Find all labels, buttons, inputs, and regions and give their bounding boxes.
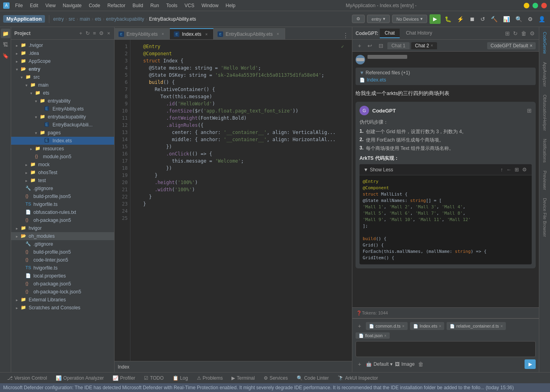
profile-button[interactable]: 📊 bbox=[501, 15, 511, 23]
notifications-icon[interactable]: Notifications bbox=[540, 136, 550, 166]
debug-button[interactable]: 🐛 bbox=[443, 15, 453, 23]
account-button[interactable]: 👤 bbox=[537, 15, 547, 23]
clear-button[interactable]: 🗑 bbox=[417, 360, 424, 368]
menu-item-run[interactable]: Run bbox=[147, 2, 162, 9]
bottom-tab-operation-analyzer[interactable]: 📊Operation Analyzer bbox=[52, 373, 108, 384]
tree-item-appscope[interactable]: ▸📁AppScope bbox=[11, 57, 114, 65]
menu-item-window[interactable]: Window bbox=[198, 2, 222, 9]
file-chip-close[interactable]: × bbox=[439, 324, 441, 328]
appanalyzer-icon[interactable]: AppAnalyzer bbox=[540, 59, 550, 90]
split-button[interactable]: ⊟ bbox=[376, 42, 386, 50]
reload-button[interactable]: ↺ bbox=[479, 15, 487, 23]
code-up-btn[interactable]: ↑ bbox=[500, 166, 504, 173]
tree-item-test[interactable]: ▸📁test bbox=[11, 177, 114, 184]
menu-item-view[interactable]: View bbox=[42, 2, 59, 9]
tab-chat-history[interactable]: Chat History bbox=[401, 29, 437, 38]
tree-item-gitignore_root[interactable]: 🔧.gitignore bbox=[11, 240, 114, 248]
panel-sync-btn[interactable]: ↻ bbox=[85, 29, 91, 37]
tree-item-ohostest[interactable]: ▸📁ohosTest bbox=[11, 169, 114, 177]
model-select-button[interactable]: 🤖 Default ▾ bbox=[366, 361, 393, 367]
image-button[interactable]: 🖼 Image bbox=[395, 361, 414, 367]
menu-item-edit[interactable]: Edit bbox=[27, 2, 41, 9]
tree-item-hvigorfile_root[interactable]: TShvigorfile.ts bbox=[11, 264, 114, 272]
chat-tab-close[interactable]: × bbox=[431, 43, 433, 48]
tree-item-idea[interactable]: ▸📁.idea bbox=[11, 49, 114, 57]
bottom-tab-todo[interactable]: ☑TODO bbox=[140, 373, 167, 384]
tree-item-mock[interactable]: ▸📁mock bbox=[11, 161, 114, 169]
tree-item-build_profile_root[interactable]: {}build-profile.json5 bbox=[11, 248, 114, 256]
obfuscation-icon[interactable]: ObfuscationHelper bbox=[540, 91, 550, 134]
build-button[interactable]: 🔨 bbox=[489, 15, 499, 23]
editor-tab-EntryBackupAbility-ets[interactable]: EEntryBackupAbility.ets× bbox=[214, 28, 285, 39]
ref-toggle[interactable]: ▼ Referenced files (+1) bbox=[360, 70, 532, 76]
bottom-tab-code-linter[interactable]: 🔍Code Linter bbox=[293, 373, 333, 384]
tree-item-oh_package_entry[interactable]: {}oh-package.json5 bbox=[11, 216, 114, 224]
devices-button[interactable]: No Devices ▾ bbox=[392, 15, 427, 23]
stop-button[interactable]: ⏹ bbox=[468, 15, 476, 23]
chat-tab-2[interactable]: Chat 2 × bbox=[411, 42, 437, 49]
tab-close-btn[interactable]: × bbox=[160, 31, 165, 37]
tree-item-external_libs[interactable]: ▸📁External Libraries bbox=[11, 296, 114, 304]
codegpt-default-close[interactable]: × bbox=[530, 43, 533, 49]
panel-collapse-btn[interactable]: ≡ bbox=[92, 29, 97, 37]
tree-item-entryability_ets[interactable]: EEntryAbility.ets bbox=[11, 105, 114, 113]
menu-item-tools[interactable]: Tools bbox=[163, 2, 181, 9]
tree-item-oh_package_root[interactable]: {}oh-package.json5 bbox=[11, 280, 114, 288]
code-left-btn[interactable]: ← bbox=[505, 166, 512, 173]
tree-item-src[interactable]: ▾📁src bbox=[11, 73, 114, 81]
tree-item-entrybackupability_ets[interactable]: EEntryBackupAbili... bbox=[11, 121, 114, 129]
menu-item-refactor[interactable]: Refactor bbox=[104, 2, 128, 9]
device-file-browser-icon[interactable]: Device File Browser bbox=[540, 195, 550, 240]
breadcrumb-item[interactable]: EntryBackupAbility.ets bbox=[149, 16, 196, 22]
tree-item-gitignore_entry[interactable]: 🔧.gitignore bbox=[11, 184, 114, 192]
panel-close-btn[interactable]: × bbox=[106, 29, 111, 37]
project-icon[interactable]: 📁 bbox=[1, 29, 10, 38]
panel-settings-btn[interactable]: ⚙ bbox=[529, 29, 536, 37]
editor-tab-Index-ets[interactable]: EIndex.ets× bbox=[170, 28, 214, 39]
tab-more-button[interactable]: ⋮ bbox=[339, 32, 352, 39]
breadcrumb-item[interactable]: main bbox=[80, 16, 90, 22]
menu-item-build[interactable]: Build bbox=[129, 2, 146, 9]
bottom-tab-terminal[interactable]: ▶Terminal bbox=[227, 373, 258, 384]
tree-item-obfuscation_rules[interactable]: 📄obfuscation-rules.txt bbox=[11, 208, 114, 216]
tree-item-pages[interactable]: ▾📁pages bbox=[11, 129, 114, 137]
codegenie-icon[interactable]: CodeGenie bbox=[540, 29, 550, 57]
minimize-button[interactable] bbox=[524, 3, 529, 8]
file-chip-close[interactable]: × bbox=[384, 334, 387, 338]
menu-item-vcs[interactable]: VCS bbox=[181, 2, 198, 9]
search-button[interactable]: 🔍 bbox=[514, 15, 524, 23]
panel-refresh-btn[interactable]: ↻ bbox=[512, 29, 519, 37]
send-button[interactable]: ▶ bbox=[525, 359, 536, 369]
menu-item-navigate[interactable]: Navigate bbox=[60, 2, 85, 9]
file-chip-close[interactable]: × bbox=[501, 324, 503, 328]
tree-item-local_properties[interactable]: 📄local.properties bbox=[11, 272, 114, 280]
new-chat-button[interactable]: + bbox=[356, 42, 363, 50]
tree-item-entryability[interactable]: ▾📁entryability bbox=[11, 97, 114, 105]
breadcrumb-item[interactable]: ets bbox=[95, 16, 101, 22]
run-button[interactable]: ▶ bbox=[430, 14, 441, 24]
code-copy-btn[interactable]: ⊞ bbox=[514, 166, 520, 173]
code-settings-btn[interactable]: ⚙ bbox=[521, 166, 528, 173]
tree-item-entry[interactable]: ▾📂entry bbox=[11, 65, 114, 73]
entry-dropdown[interactable]: entry ▾ bbox=[367, 15, 389, 23]
bottom-tab-problems[interactable]: ⚠Problems bbox=[193, 373, 227, 384]
bottom-tab-profiler[interactable]: 📈Profiler bbox=[109, 373, 139, 384]
undo-button[interactable]: ↩ bbox=[365, 42, 375, 50]
tree-item-index_ets[interactable]: EIndex.ets bbox=[11, 137, 114, 145]
add-file-button[interactable]: + bbox=[356, 360, 363, 368]
tree-item-main[interactable]: ▾📁main bbox=[11, 81, 114, 89]
bottom-tab-services[interactable]: ⚙Services bbox=[260, 373, 292, 384]
show-less-button[interactable]: ▼ Show Less bbox=[363, 167, 393, 173]
tab-close-btn[interactable]: × bbox=[204, 31, 209, 37]
tree-item-hvigor[interactable]: ▸📁.hvigor bbox=[11, 41, 114, 49]
menu-item-code[interactable]: Code bbox=[86, 2, 103, 9]
editor-tab-EntryAbility-ets[interactable]: EEntryAbility.ets× bbox=[115, 28, 170, 39]
tree-item-scratches[interactable]: ▸📁Scratches and Consoles bbox=[11, 304, 114, 312]
chat-input[interactable] bbox=[358, 344, 533, 352]
bottom-tab-version-control[interactable]: ⎇Version Control bbox=[3, 373, 51, 384]
tree-item-build_profile[interactable]: {}build-profile.json5 bbox=[11, 192, 114, 200]
tree-item-oh_package_lock[interactable]: {}oh-package-lock.json5 bbox=[11, 288, 114, 296]
tree-item-module_json5[interactable]: {}module.json5 bbox=[11, 153, 114, 161]
bottom-tab-arkui-inspector[interactable]: 🔭ArkUI Inspector bbox=[334, 373, 382, 384]
maximize-button[interactable] bbox=[533, 3, 538, 8]
